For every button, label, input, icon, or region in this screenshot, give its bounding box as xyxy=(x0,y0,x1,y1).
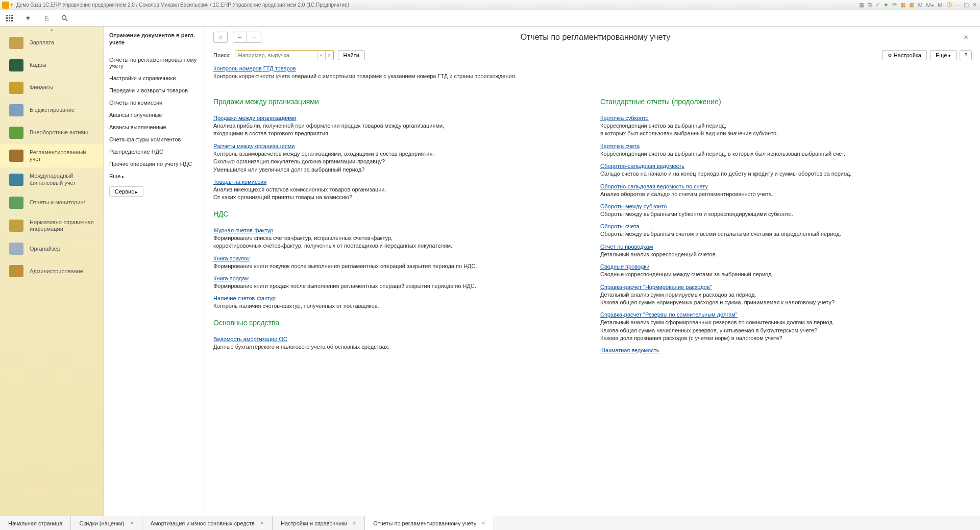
svg-rect-0 xyxy=(6,15,8,16)
report-link[interactable]: Товары на комиссии xyxy=(213,179,266,185)
settings-button[interactable]: Настройка xyxy=(882,50,927,60)
report-link[interactable]: Ведомость амортизации ОС xyxy=(213,336,287,342)
svg-rect-7 xyxy=(9,20,10,21)
sidebar-item-budget[interactable]: Бюджетирование xyxy=(0,99,104,122)
search-dropdown-icon[interactable]: ▾ xyxy=(317,51,325,60)
subpanel-link[interactable]: Прочие операции по учету НДС xyxy=(109,158,200,170)
sidebar-collapse[interactable]: ▴ xyxy=(0,27,104,32)
sidebar-item-salary[interactable]: Зарплата xyxy=(0,32,104,54)
section-title: Стандартные отчеты (продолжение) xyxy=(600,98,972,106)
subpanel-link[interactable]: Авансы полученные xyxy=(109,109,200,121)
tab-close-icon[interactable]: ✕ xyxy=(481,520,485,526)
tb-icon-1[interactable]: ▦ xyxy=(858,2,865,8)
maximize-button[interactable]: ▢ xyxy=(963,2,970,8)
report-link[interactable]: Отчет по проводкам xyxy=(600,244,653,250)
report-link[interactable]: Справка-расчет "Резервы по сомнительным … xyxy=(600,311,738,318)
sidebar-item-hr[interactable]: Кадры xyxy=(0,54,104,77)
help-button[interactable]: ? xyxy=(960,50,972,60)
report-link[interactable]: Сводные проводки xyxy=(600,263,649,270)
tab[interactable]: Настройки и справочники✕ xyxy=(273,516,365,530)
report-link[interactable]: Оборотно-сальдовая ведомость xyxy=(600,163,684,169)
mem-mminus[interactable]: M- xyxy=(937,2,945,8)
finance-icon xyxy=(9,82,23,94)
sidebar-item-admin[interactable]: Администрирование xyxy=(0,260,104,282)
subpanel-link[interactable]: Распределение НДС xyxy=(109,146,200,158)
subpanel-link[interactable]: Отчеты по комиссии xyxy=(109,97,200,109)
tb-icon-3[interactable]: ✓ xyxy=(874,2,881,8)
sidebar-item-label: Отчеты и мониторинг xyxy=(30,199,86,206)
report-link[interactable]: Наличие счетов-фактур xyxy=(213,295,276,301)
back-button[interactable]: ← xyxy=(233,32,247,43)
subpanel-more[interactable]: Еще xyxy=(109,170,200,182)
tb-icon-7[interactable]: ▦ xyxy=(908,2,915,8)
sidebar-item-intl[interactable]: Международный финансовый учет xyxy=(0,167,104,191)
search-clear-icon[interactable]: × xyxy=(325,51,333,60)
report-link[interactable]: Оборотно-сальдовая ведомость по счету xyxy=(600,183,708,189)
sidebar-item-finance[interactable]: Финансы xyxy=(0,77,104,99)
subpanel-link[interactable]: Отчеты по регламентированному учету xyxy=(109,54,200,72)
forward-button[interactable]: → xyxy=(247,32,261,43)
report-link[interactable]: Обороты счета xyxy=(600,223,640,229)
report-link[interactable]: Обороты между субконто xyxy=(600,203,667,209)
more-button[interactable]: Еще xyxy=(930,50,957,60)
sidebar-item-reports[interactable]: Отчеты и мониторинг xyxy=(0,191,104,214)
find-button[interactable]: Найти xyxy=(338,50,365,60)
admin-icon xyxy=(9,265,23,277)
tab-close-icon[interactable]: ✕ xyxy=(260,520,264,526)
close-panel-button[interactable]: ✕ xyxy=(960,34,972,41)
favorites-icon[interactable]: ★ xyxy=(23,14,33,23)
report-desc: Детальный анализ сумм сформированных рез… xyxy=(600,319,972,342)
sidebar-item-label: Кадры xyxy=(30,62,46,68)
svg-point-9 xyxy=(62,15,66,19)
svg-rect-2 xyxy=(11,15,13,16)
tb-icon-2[interactable]: ⧉ xyxy=(867,2,873,8)
apps-icon[interactable] xyxy=(5,14,14,23)
subpanel-link[interactable]: Настройки и справочники xyxy=(109,72,200,84)
sidebar-item-refs[interactable]: Нормативно-справочная информация xyxy=(0,214,104,237)
tb-icon-5[interactable]: ⟳ xyxy=(891,2,898,8)
sidebar-item-label: Нормативно-справочная информация xyxy=(30,219,99,232)
tab-close-icon[interactable]: ✕ xyxy=(130,520,134,526)
dropdown-icon[interactable]: ▾ xyxy=(10,2,13,9)
tab[interactable]: Амортизация и износ основных средств✕ xyxy=(142,516,273,530)
tab[interactable]: Отчеты по регламентированному учету✕ xyxy=(365,516,494,530)
tab-label: Начальная страница xyxy=(8,520,62,526)
minimize-button[interactable]: — xyxy=(953,2,961,8)
tab[interactable]: Скидки (наценки)✕ xyxy=(71,516,142,530)
report-link[interactable]: Карточка субконто xyxy=(600,115,649,121)
mem-m[interactable]: M xyxy=(917,2,923,8)
reports-icon xyxy=(9,197,23,209)
service-button[interactable]: Сервис xyxy=(109,186,143,197)
mem-mplus[interactable]: M+ xyxy=(925,2,936,8)
subpanel-title: Отражение документов в регл. учете xyxy=(109,32,200,46)
sidebar-item-assets[interactable]: Внеоборотные активы xyxy=(0,122,104,144)
intl-icon xyxy=(9,174,23,186)
report-link[interactable]: Книга продаж xyxy=(213,275,249,281)
report-link[interactable]: Книга покупок xyxy=(213,255,250,261)
intro-link[interactable]: Контроль номеров ГТД товаров xyxy=(213,65,296,71)
sidebar-item-organizer[interactable]: Органайзер xyxy=(0,237,104,260)
tb-icon-6[interactable]: ▦ xyxy=(899,2,906,8)
history-icon[interactable]: ⎘ xyxy=(42,14,51,23)
search-icon[interactable] xyxy=(60,14,69,23)
sidebar-item-regulated[interactable]: Регламентированный учет xyxy=(0,144,104,167)
close-button[interactable]: ✕ xyxy=(971,2,978,8)
tb-icon-4[interactable]: ★ xyxy=(883,2,890,8)
report-link[interactable]: Шахматная ведомость xyxy=(600,347,659,353)
tab-close-icon[interactable]: ✕ xyxy=(352,520,356,526)
report-link[interactable]: Справка-расчет "Нормирование расходов" xyxy=(600,284,712,290)
info-icon[interactable]: ⓘ xyxy=(947,2,952,9)
report-desc: Сальдо счетов на начало и на конец перио… xyxy=(600,170,972,178)
assets-icon xyxy=(9,127,23,139)
tab[interactable]: Начальная страница xyxy=(0,516,71,530)
subpanel-link[interactable]: Счета-фактуры комитентов xyxy=(109,133,200,146)
report-link[interactable]: Продажи между организациями xyxy=(213,115,297,121)
search-input[interactable] xyxy=(235,51,317,60)
home-button[interactable]: ⌂ xyxy=(213,32,228,43)
subpanel-link[interactable]: Авансы выплаченные xyxy=(109,121,200,133)
subpanel-link[interactable]: Передачи и возвраты товаров xyxy=(109,84,200,97)
report-link[interactable]: Расчеты между организациями xyxy=(213,143,295,149)
report-link[interactable]: Журнал счетов-фактур xyxy=(213,227,273,233)
report-link[interactable]: Карточка счета xyxy=(600,143,640,149)
report-desc: Сводные корреспонденции между счетами за… xyxy=(600,271,972,278)
